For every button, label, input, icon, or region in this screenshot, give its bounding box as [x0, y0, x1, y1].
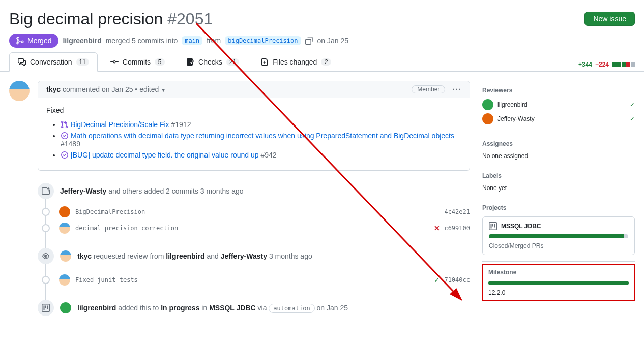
linked-issue: [BUG] update decimal type field. the ori…: [61, 151, 461, 159]
pr-title: Big decimal precision #2051: [9, 9, 213, 28]
checks-count: 21: [226, 58, 239, 66]
comment-text: Fixed: [46, 106, 461, 114]
milestone-progress: [488, 281, 629, 285]
pr-number: #2051: [167, 10, 213, 28]
commit-message[interactable]: Fixed junit tests: [75, 276, 138, 284]
check-icon: ✓: [630, 115, 635, 122]
linked-issue: Math operations with decimal data type r…: [61, 132, 461, 148]
commit-row: decimal precision correction ✕ c699100: [38, 223, 470, 234]
comment-author[interactable]: tkyc: [46, 85, 61, 93]
repo-push-icon: [38, 183, 54, 199]
role-badge: Member: [412, 85, 445, 93]
timeline-push-event: Jeffery-Wasty and others added 2 commits…: [38, 183, 470, 199]
file-diff-icon: [260, 58, 269, 66]
issue-closed-icon: [61, 151, 69, 159]
commit-message[interactable]: decimal precision correction: [75, 225, 178, 232]
main-comment: tkyc commented on Jan 25 • edited ▼ Memb…: [38, 81, 470, 171]
git-pull-request-icon: [61, 120, 69, 129]
files-count: 2: [321, 58, 331, 66]
diffstat: +344 −224: [578, 61, 635, 68]
x-icon: ✕: [434, 224, 440, 232]
commit-dot-icon: [42, 276, 50, 284]
avatar[interactable]: [60, 250, 71, 262]
timeline-project-event: lilgreenbird added this to In progress i…: [38, 300, 470, 316]
checklist-icon: [186, 58, 194, 66]
pr-title-text: Big decimal precision: [9, 10, 163, 28]
commit-message[interactable]: BigDecimalPrecision: [75, 208, 145, 215]
commit-hash[interactable]: 4c42e21: [444, 208, 470, 215]
commit-hash[interactable]: c699100: [444, 225, 470, 232]
eye-icon: [38, 248, 54, 264]
merge-date: on Jan 25: [317, 37, 349, 45]
deletions: −224: [595, 61, 609, 68]
git-commit-icon: [110, 58, 119, 66]
commit-row: BigDecimalPrecision 4c42e21: [38, 206, 470, 217]
merge-text: merged 5 commits into: [106, 37, 178, 45]
base-branch[interactable]: main: [182, 36, 202, 45]
new-issue-button[interactable]: New issue: [584, 12, 635, 26]
sidebar-projects: Projects MSSQL JDBC Closed/Merged PRs: [482, 198, 635, 262]
project-icon: [38, 300, 54, 316]
project-card[interactable]: MSSQL JDBC Closed/Merged PRs: [482, 216, 635, 255]
sidebar-labels: Labels None yet: [482, 166, 635, 198]
tab-files[interactable]: Files changed 2: [252, 52, 340, 72]
automation-label: automation: [269, 304, 314, 313]
avatar[interactable]: [59, 274, 70, 286]
check-icon: ✓: [434, 276, 440, 284]
avatar[interactable]: [9, 81, 30, 101]
sidebar-reviewers: Reviewers lilgreenbird ✓ Jeffery-Wasty ✓: [482, 81, 635, 134]
linked-issue: BigDecimal Precision/Scale Fix #1912: [61, 120, 461, 129]
merge-author[interactable]: lilgreenbird: [63, 37, 101, 45]
git-merge-icon: [16, 37, 24, 45]
tab-commits[interactable]: Commits 5: [102, 52, 173, 72]
comment-date[interactable]: on Jan 25: [102, 85, 133, 93]
commits-count: 5: [155, 58, 165, 66]
avatar[interactable]: [60, 302, 71, 313]
chevron-down-icon[interactable]: ▼: [161, 87, 166, 93]
avatar: [482, 113, 493, 124]
avatar[interactable]: [59, 206, 70, 217]
merge-state-badge: Merged: [9, 34, 58, 48]
tab-conversation[interactable]: Conversation 11: [9, 52, 98, 72]
conversation-count: 11: [76, 58, 89, 66]
diff-bar: [612, 61, 635, 68]
additions: +344: [578, 61, 592, 68]
sidebar-assignees: Assignees No one assigned: [482, 134, 635, 166]
kebab-menu[interactable]: ···: [452, 85, 461, 93]
milestone-name[interactable]: 12.2.0: [488, 289, 629, 296]
reviewer-row[interactable]: lilgreenbird ✓: [482, 99, 635, 110]
check-icon: ✓: [630, 101, 635, 108]
copy-icon[interactable]: [305, 37, 313, 45]
project-icon: [489, 222, 497, 230]
issue-closed-icon: [61, 132, 69, 140]
avatar: [482, 99, 493, 110]
comment-discussion-icon: [18, 58, 26, 66]
project-progress: [489, 234, 628, 238]
sidebar-milestone: Milestone 12.2.0: [482, 264, 635, 301]
commit-row: Fixed junit tests ✓ 71040cc: [38, 274, 470, 286]
timeline-review-event: tkyc requested review from lilgreenbird …: [38, 248, 470, 264]
commit-hash[interactable]: 71040cc: [444, 276, 470, 284]
commit-dot-icon: [42, 208, 50, 216]
tab-checks[interactable]: Checks 21: [178, 52, 248, 72]
commit-dot-icon: [42, 224, 50, 232]
head-branch[interactable]: bigDecimalPrecision: [225, 36, 301, 45]
reviewer-row[interactable]: Jeffery-Wasty ✓: [482, 113, 635, 124]
avatar[interactable]: [59, 223, 70, 234]
